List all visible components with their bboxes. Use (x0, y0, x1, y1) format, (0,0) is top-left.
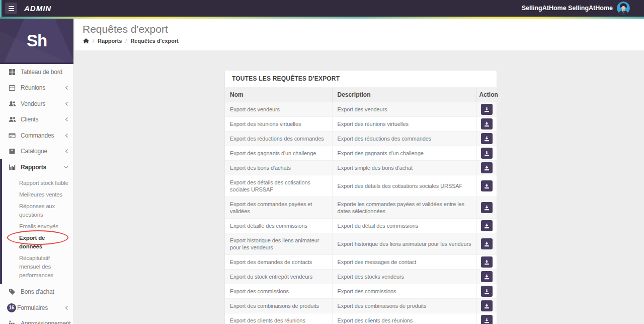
download-icon (484, 223, 490, 229)
download-button[interactable] (481, 271, 493, 282)
home-icon[interactable] (83, 38, 89, 44)
sidebar-item-formulaires[interactable]: 16 Formulaires (0, 300, 73, 316)
tag-icon (9, 288, 16, 295)
brand-title: ADMIN (24, 0, 51, 17)
download-icon (484, 260, 490, 265)
chevron-left-icon (65, 305, 68, 310)
submenu-item-rapport-stock-faible[interactable]: Rapport stock faible (2, 177, 73, 189)
submenu-item-emails-envoyes[interactable]: Emails envoyés (2, 221, 73, 232)
formulaires-count-badge: 16 (7, 303, 16, 312)
rapports-submenu: Rapport stock faible Meilleures ventes R… (2, 175, 73, 284)
breadcrumb-requetes-export: Requêtes d'export (130, 38, 179, 44)
download-icon (484, 183, 490, 189)
content-header: Requêtes d'export / Rapports / Requêtes … (74, 19, 644, 50)
download-icon (484, 289, 490, 294)
download-button[interactable] (481, 162, 493, 173)
logo-text: Sh (27, 31, 47, 50)
sidebar-item-clients[interactable]: Clients (0, 112, 73, 128)
download-button[interactable] (481, 180, 493, 191)
calendar-icon (9, 84, 16, 91)
accent-gradient-bar (0, 17, 644, 19)
users-icon (9, 100, 16, 107)
table-row: Export historique des liens animateur po… (225, 233, 497, 255)
box-icon (9, 148, 16, 155)
app-logo[interactable]: Sh (0, 19, 73, 64)
download-button[interactable] (481, 300, 493, 311)
download-button[interactable] (481, 256, 493, 268)
grid-icon (9, 69, 16, 76)
sidebar-item-tableau-de-bord[interactable]: Tableau de bord (0, 64, 73, 80)
chevron-left-icon (65, 133, 68, 138)
table-row: Export des détails des cotisations socia… (225, 175, 497, 197)
table-header-row: Nom Description Action (225, 88, 497, 102)
download-icon (484, 241, 490, 247)
download-icon (484, 303, 490, 309)
download-icon (484, 121, 490, 127)
credit-card-icon (9, 132, 16, 139)
user-menu[interactable]: SellingAtHome SellingAtHome (522, 0, 613, 17)
table-row: Export des vendeurs Export des vendeurs (225, 102, 497, 117)
table-row: Export des commandes payées et validées … (225, 197, 497, 219)
chevron-left-icon (65, 101, 68, 106)
sidebar-item-catalogue[interactable]: Catalogue (0, 144, 73, 160)
download-button[interactable] (481, 238, 493, 249)
page-title: Requêtes d'export (83, 23, 644, 35)
table-row: Export des gagnants d'un challenge Expor… (225, 146, 497, 161)
sidebar: Sh Tableau de bord Réunions Vendeurs Cli… (0, 19, 74, 324)
export-requests-card: TOUTES LES REQUÊTES D'EXPORT Nom Descrip… (225, 71, 497, 324)
download-button[interactable] (481, 286, 493, 297)
download-button[interactable] (481, 202, 493, 213)
sidebar-item-reunions[interactable]: Réunions (0, 80, 73, 96)
download-icon (484, 151, 490, 156)
chevron-left-icon (65, 321, 68, 324)
table-row: Export des réductions des commandes Expo… (225, 132, 497, 146)
column-header-nom: Nom (225, 88, 332, 102)
chevron-left-icon (65, 149, 68, 154)
download-button[interactable] (481, 315, 493, 324)
download-icon (484, 165, 490, 171)
table-row: Export des bons d'achats Export simple d… (225, 161, 497, 175)
submenu-item-export-de-donnees[interactable]: Export de données (2, 232, 73, 252)
bar-chart-icon (9, 164, 16, 171)
sidebar-item-vendeurs[interactable]: Vendeurs (0, 96, 73, 112)
download-button[interactable] (481, 104, 493, 115)
sidebar-item-commandes[interactable]: Commandes (0, 127, 73, 144)
download-icon (484, 107, 490, 112)
main-content: TOUTES LES REQUÊTES D'EXPORT Nom Descrip… (74, 50, 644, 324)
download-icon (484, 136, 490, 142)
breadcrumb-separator: / (93, 38, 94, 44)
sidebar-section-rapports: Rapports Rapport stock faible Meilleures… (0, 159, 73, 284)
download-icon (484, 318, 490, 323)
column-header-description: Description (332, 88, 476, 102)
submenu-item-meilleures-ventes[interactable]: Meilleures ventes (2, 189, 73, 201)
users-icon (9, 116, 16, 123)
download-button[interactable] (481, 148, 493, 159)
download-button[interactable] (481, 220, 493, 231)
chevron-left-icon (65, 86, 68, 90)
export-requests-table: Nom Description Action Export des vendeu… (225, 88, 497, 324)
download-button[interactable] (481, 118, 493, 129)
sidebar-toggle-button[interactable] (5, 3, 17, 14)
submenu-item-reponses-aux-questions[interactable]: Réponses aux questions (2, 201, 73, 221)
download-icon (484, 205, 490, 211)
download-icon (484, 274, 490, 280)
card-title: TOUTES LES REQUÊTES D'EXPORT (225, 71, 497, 88)
topbar: ADMIN SellingAtHome SellingAtHome (0, 0, 644, 17)
sidebar-item-bons-dachat[interactable]: Bons d'achat (0, 284, 73, 300)
breadcrumb: / Rapports / Requêtes d'export (83, 38, 644, 44)
breadcrumb-separator: / (125, 38, 127, 44)
table-row: Export du stock entrepôt vendeurs Export… (225, 270, 497, 284)
download-button[interactable] (481, 133, 493, 144)
user-avatar[interactable] (617, 2, 630, 15)
column-header-action: Action (476, 88, 497, 102)
table-row: Export des clients des réunions Export d… (225, 313, 497, 324)
sidebar-item-rapports[interactable]: Rapports (2, 159, 73, 175)
breadcrumb-rapports[interactable]: Rapports (98, 38, 122, 44)
table-row: Export des réunions virtuelles Export de… (225, 117, 497, 132)
factory-icon (9, 320, 16, 324)
sidebar-item-approvisionnement[interactable]: Approvisionnement (0, 316, 73, 324)
topbar-accent-edge (0, 0, 2, 17)
table-row: Export détaillé des commissions Export d… (225, 219, 497, 233)
chevron-left-icon (65, 117, 68, 122)
submenu-item-recapitulatif-mensuel[interactable]: Récapitulatif mensuel des performances (2, 252, 73, 281)
